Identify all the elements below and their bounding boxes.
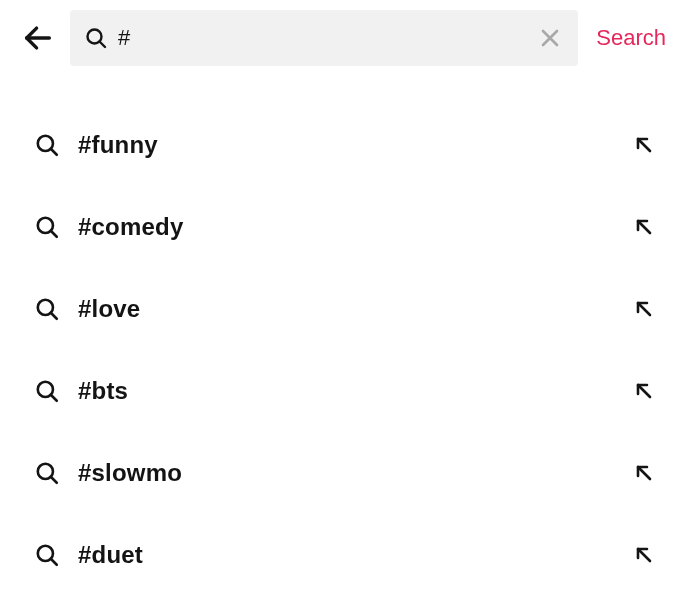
search-icon (34, 214, 60, 240)
search-button[interactable]: Search (590, 25, 672, 51)
suggestion-item[interactable]: #funny (0, 104, 690, 186)
clear-button[interactable] (536, 24, 564, 52)
arrow-up-left-icon (632, 543, 656, 567)
svg-line-12 (51, 313, 57, 319)
search-icon (34, 296, 60, 322)
search-header: Search (0, 0, 690, 76)
search-icon (34, 460, 60, 486)
svg-line-2 (100, 42, 106, 48)
svg-line-7 (638, 139, 650, 151)
insert-suggestion-button[interactable] (632, 297, 656, 321)
suggestion-label: #funny (78, 131, 632, 159)
search-input[interactable] (118, 25, 526, 51)
svg-line-19 (638, 467, 650, 479)
svg-line-16 (638, 385, 650, 397)
search-icon (34, 378, 60, 404)
arrow-left-icon (21, 21, 55, 55)
suggestion-label: #duet (78, 541, 632, 569)
insert-suggestion-button[interactable] (632, 543, 656, 567)
suggestion-item[interactable]: #slowmo (0, 432, 690, 514)
insert-suggestion-button[interactable] (632, 461, 656, 485)
arrow-up-left-icon (632, 297, 656, 321)
svg-line-21 (51, 559, 57, 565)
search-box[interactable] (70, 10, 578, 66)
svg-line-22 (638, 549, 650, 561)
search-icon (84, 26, 108, 50)
svg-line-10 (638, 221, 650, 233)
suggestion-item[interactable]: #love (0, 268, 690, 350)
svg-line-18 (51, 477, 57, 483)
suggestion-label: #comedy (78, 213, 632, 241)
arrow-up-left-icon (632, 379, 656, 403)
insert-suggestion-button[interactable] (632, 133, 656, 157)
arrow-up-left-icon (632, 133, 656, 157)
suggestion-label: #bts (78, 377, 632, 405)
insert-suggestion-button[interactable] (632, 215, 656, 239)
insert-suggestion-button[interactable] (632, 379, 656, 403)
svg-line-9 (51, 231, 57, 237)
close-icon (538, 26, 562, 50)
suggestion-label: #slowmo (78, 459, 632, 487)
svg-line-6 (51, 149, 57, 155)
search-icon (34, 132, 60, 158)
arrow-up-left-icon (632, 215, 656, 239)
search-icon (34, 542, 60, 568)
suggestion-list: #funny #comedy #love #bts (0, 76, 690, 596)
arrow-up-left-icon (632, 461, 656, 485)
suggestion-label: #love (78, 295, 632, 323)
suggestion-item[interactable]: #duet (0, 514, 690, 596)
suggestion-item[interactable]: #comedy (0, 186, 690, 268)
back-button[interactable] (18, 18, 58, 58)
suggestion-item[interactable]: #bts (0, 350, 690, 432)
svg-line-13 (638, 303, 650, 315)
svg-line-15 (51, 395, 57, 401)
